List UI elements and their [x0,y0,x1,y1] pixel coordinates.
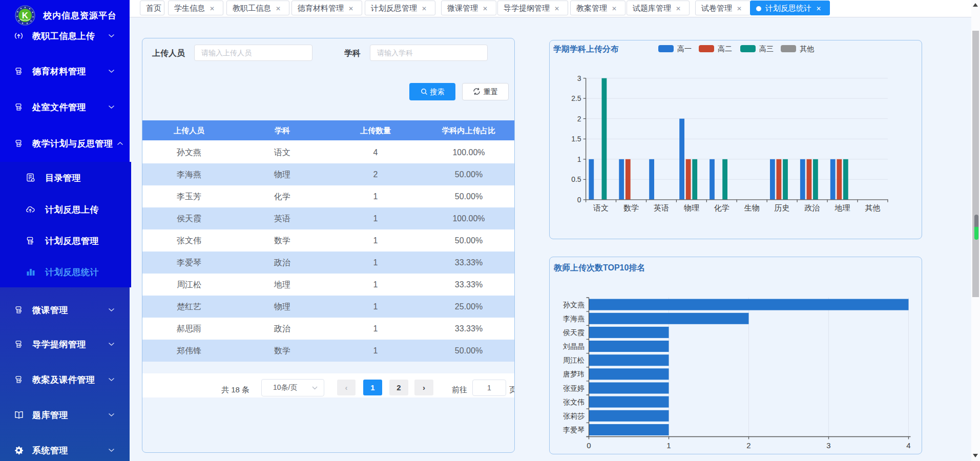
svg-text:其他: 其他 [865,203,880,212]
svg-text:2.5: 2.5 [571,94,581,102]
svg-text:1: 1 [577,155,581,163]
svg-text:英语: 英语 [654,203,669,212]
svg-text:张莉莎: 张莉莎 [563,412,585,420]
svg-text:化学: 化学 [714,203,729,212]
svg-text:2: 2 [746,441,750,450]
svg-text:周江松: 周江松 [563,356,585,364]
svg-text:张文伟: 张文伟 [563,398,585,406]
svg-text:李海燕: 李海燕 [563,315,585,323]
svg-text:张亚婷: 张亚婷 [563,384,585,392]
svg-text:唐梦玮: 唐梦玮 [563,370,585,378]
svg-text:语文: 语文 [593,203,609,212]
svg-text:孙文燕: 孙文燕 [563,301,585,309]
svg-text:物理: 物理 [684,203,699,212]
svg-text:K: K [22,11,29,20]
svg-text:数学: 数学 [623,203,639,212]
svg-text:0.5: 0.5 [571,175,581,183]
svg-text:1.5: 1.5 [571,135,581,143]
svg-text:侯天霞: 侯天霞 [562,328,585,337]
svg-text:4: 4 [906,441,910,450]
svg-text:地理: 地理 [835,203,850,212]
svg-text:刘晶晶: 刘晶晶 [562,342,585,350]
svg-text:1: 1 [666,441,671,450]
svg-text:0: 0 [587,441,591,450]
svg-text:3: 3 [577,74,581,82]
svg-text:0: 0 [577,196,581,204]
svg-text:政治: 政治 [804,203,820,212]
svg-text:历史: 历史 [775,203,790,212]
svg-text:3: 3 [826,441,830,450]
svg-text:2: 2 [577,115,581,123]
svg-text:李爱琴: 李爱琴 [563,426,585,434]
svg-text:生物: 生物 [744,203,760,212]
